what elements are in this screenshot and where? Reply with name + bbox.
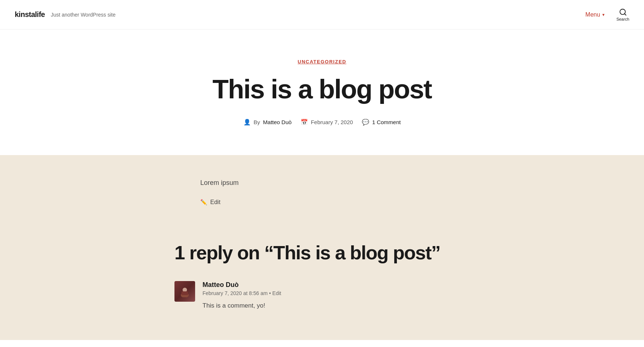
menu-button[interactable]: Menu ▾ xyxy=(585,11,605,18)
calendar-icon: 📅 xyxy=(301,119,308,126)
svg-rect-4 xyxy=(181,291,188,295)
comment-author: Matteo Duò xyxy=(202,281,470,289)
site-branding: kinstalife Just another WordPress site xyxy=(15,10,115,19)
post-title: This is a blog post xyxy=(156,75,488,104)
post-content-inner: Lorem ipsum ✏️ Edit xyxy=(200,177,444,206)
edit-post-label: Edit xyxy=(210,199,221,206)
post-date-meta: 📅 February 7, 2020 xyxy=(301,119,353,126)
comments-inner: 1 reply on “This is a blog post” Matteo … xyxy=(174,242,470,311)
search-button[interactable]: Search xyxy=(616,8,629,21)
svg-line-1 xyxy=(624,14,626,15)
post-body: Lorem ipsum xyxy=(200,177,444,189)
avatar xyxy=(174,281,195,302)
search-icon xyxy=(619,8,627,16)
comments-section: 1 reply on “This is a blog post” Matteo … xyxy=(0,228,644,340)
post-meta: 👤 By Matteo Duò 📅 February 7, 2020 💬 1 C… xyxy=(15,119,629,126)
comment-content: Matteo Duò February 7, 2020 at 8:56 am •… xyxy=(202,281,470,311)
chevron-down-icon: ▾ xyxy=(602,12,605,17)
edit-icon: ✏️ xyxy=(200,199,207,206)
post-author-link[interactable]: Matteo Duò xyxy=(263,119,292,125)
comments-title: 1 reply on “This is a blog post” xyxy=(174,242,470,263)
post-category[interactable]: UNCATEGORIZED xyxy=(15,59,629,64)
post-author-meta: 👤 By Matteo Duò xyxy=(243,119,292,126)
comment-edit-link[interactable]: Edit xyxy=(272,290,281,296)
post-comments-link[interactable]: 1 Comment xyxy=(372,119,401,125)
post-header: UNCATEGORIZED This is a blog post 👤 By M… xyxy=(0,29,644,155)
author-icon: 👤 xyxy=(243,119,251,126)
post-content-area: Lorem ipsum ✏️ Edit xyxy=(0,155,644,228)
header-right: Menu ▾ Search xyxy=(585,8,629,21)
menu-label: Menu xyxy=(585,11,600,18)
search-label: Search xyxy=(616,17,629,21)
site-name[interactable]: kinstalife xyxy=(15,10,45,19)
post-comments-meta: 💬 1 Comment xyxy=(362,119,401,126)
post-author-label: By xyxy=(254,119,260,125)
comment-body: This is a comment, yo! xyxy=(202,301,470,311)
post-date: February 7, 2020 xyxy=(311,119,353,125)
comment-date: February 7, 2020 at 8:56 am • Edit xyxy=(202,290,470,296)
site-header: kinstalife Just another WordPress site M… xyxy=(0,0,644,29)
site-tagline: Just another WordPress site xyxy=(51,12,116,18)
edit-post-link[interactable]: ✏️ Edit xyxy=(200,199,444,206)
avatar-placeholder xyxy=(174,281,195,302)
comment: Matteo Duò February 7, 2020 at 8:56 am •… xyxy=(174,281,470,311)
comment-icon: 💬 xyxy=(362,119,369,126)
